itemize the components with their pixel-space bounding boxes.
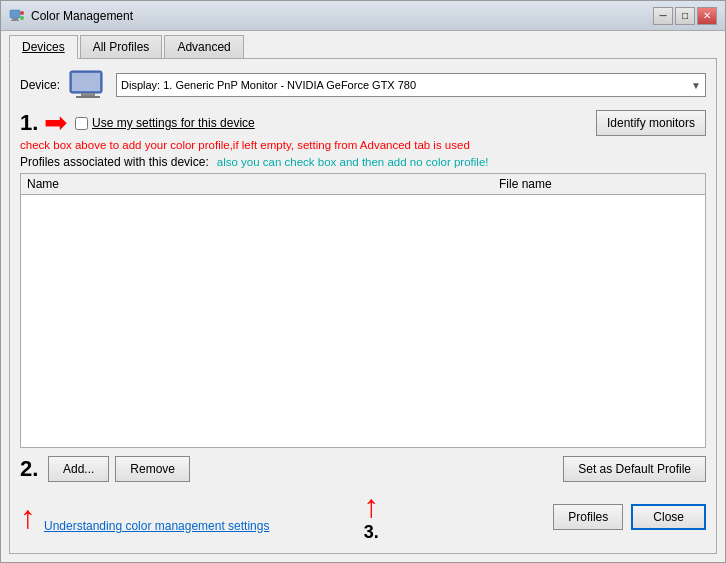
close-button[interactable]: Close — [631, 504, 706, 530]
tab-all-profiles[interactable]: All Profiles — [80, 35, 163, 58]
remove-button[interactable]: Remove — [115, 456, 190, 482]
profiles-table: Name File name — [20, 173, 706, 448]
bottom-row: ↑ Understanding color management setting… — [20, 490, 706, 543]
identify-monitors-area: Identify monitors — [596, 110, 706, 136]
app-icon — [9, 8, 25, 24]
set-default-button[interactable]: Set as Default Profile — [563, 456, 706, 482]
device-row: Device: Display: 1. Generic PnP Monitor … — [20, 69, 706, 101]
color-management-window: Color Management ─ □ ✕ Devices All Profi… — [0, 0, 726, 563]
table-body — [21, 195, 705, 447]
profiles-button[interactable]: Profiles — [553, 504, 623, 530]
step3-number: 3. — [364, 522, 379, 543]
step2-up-arrow-icon: ↑ — [20, 501, 36, 533]
col-filename-header: File name — [499, 177, 699, 191]
buttons-row: 2. Add... Remove Set as Default Profile — [20, 456, 706, 482]
window-close-button[interactable]: ✕ — [697, 7, 717, 25]
title-controls: ─ □ ✕ — [653, 7, 717, 25]
col-name-header: Name — [27, 177, 499, 191]
step3-section: ↑ 3. — [363, 490, 379, 543]
bottom-left: ↑ Understanding color management setting… — [20, 501, 269, 533]
link-text[interactable]: Understanding color management settings — [44, 519, 269, 533]
svg-rect-0 — [10, 10, 20, 18]
step1-arrow-icon: ➡ — [44, 109, 67, 137]
svg-point-3 — [20, 11, 24, 15]
add-button[interactable]: Add... — [48, 456, 109, 482]
device-label: Device: — [20, 78, 60, 92]
svg-rect-7 — [81, 93, 95, 96]
svg-point-4 — [20, 16, 24, 20]
svg-rect-2 — [11, 20, 19, 21]
bottom-right: Profiles Close — [553, 504, 706, 530]
minimize-button[interactable]: ─ — [653, 7, 673, 25]
step2-number: 2. — [20, 456, 42, 482]
maximize-button[interactable]: □ — [675, 7, 695, 25]
title-bar-left: Color Management — [9, 8, 133, 24]
checkbox-label: Use my settings for this device — [92, 116, 255, 130]
title-bar: Color Management ─ □ ✕ — [1, 1, 725, 31]
step3-up-arrow-icon: ↑ — [363, 490, 379, 522]
tab-all-profiles-label: All Profiles — [93, 40, 150, 54]
svg-rect-8 — [76, 96, 100, 98]
table-header: Name File name — [21, 174, 705, 195]
content-area: Device: Display: 1. Generic PnP Monitor … — [9, 58, 717, 554]
monitor-icon — [68, 69, 108, 101]
profiles-label-row: Profiles associated with this device: al… — [20, 155, 706, 169]
device-dropdown-value: Display: 1. Generic PnP Monitor - NVIDIA… — [121, 79, 416, 91]
svg-rect-6 — [72, 73, 100, 91]
tab-advanced-label: Advanced — [177, 40, 230, 54]
cyan-info-text: also you can check box and then add no c… — [217, 156, 489, 168]
tab-devices-label: Devices — [22, 40, 65, 54]
identify-monitors-button[interactable]: Identify monitors — [596, 110, 706, 136]
use-settings-checkbox[interactable] — [75, 117, 88, 130]
title-text: Color Management — [31, 9, 133, 23]
step1-number: 1. — [20, 110, 40, 136]
tabs-bar: Devices All Profiles Advanced — [1, 31, 725, 58]
step3-arrow-col: ↑ — [20, 501, 36, 533]
svg-rect-1 — [12, 18, 18, 20]
tab-devices[interactable]: Devices — [9, 35, 78, 59]
profiles-associated-label: Profiles associated with this device: — [20, 155, 209, 169]
checkbox-section: Use my settings for this device — [75, 116, 255, 130]
tab-advanced[interactable]: Advanced — [164, 35, 243, 58]
device-dropdown[interactable]: Display: 1. Generic PnP Monitor - NVIDIA… — [116, 73, 706, 97]
dropdown-arrow-icon: ▼ — [691, 80, 701, 91]
step1-row: 1. ➡ Use my settings for this device Ide… — [20, 109, 706, 137]
step1-info-text: check box above to add your color profil… — [20, 139, 706, 151]
